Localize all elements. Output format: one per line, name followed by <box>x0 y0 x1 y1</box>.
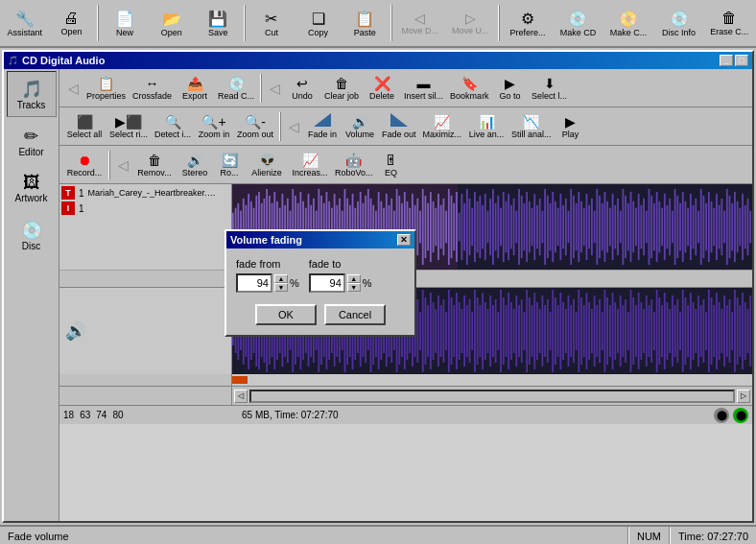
svg-rect-121 <box>539 199 541 255</box>
fade-from-down[interactable]: ▼ <box>274 283 288 292</box>
print-button[interactable]: 🖨 Open <box>49 1 95 45</box>
fadeout-button[interactable]: Fade out <box>379 109 419 144</box>
svg-rect-178 <box>687 208 689 247</box>
svg-rect-300 <box>482 293 484 369</box>
fade-to-up[interactable]: ▲ <box>347 274 361 283</box>
maximiz-button[interactable]: 📈 Maximiz... <box>420 109 465 144</box>
scrollbar-track[interactable] <box>249 390 735 403</box>
robovo-button[interactable]: 🤖 RoboVo... <box>332 148 376 182</box>
paste-button[interactable]: 📋 Paste <box>342 1 388 45</box>
readc-button[interactable]: 💿 Read C... <box>215 71 257 106</box>
goto-button[interactable]: ▶ Go to <box>493 71 528 106</box>
back4-button[interactable]: ◁ <box>113 149 132 181</box>
status-icon-2: ⬤ <box>733 408 748 423</box>
assistant-button[interactable]: 🔧 Assistant <box>2 1 48 45</box>
fade-from-input[interactable] <box>236 273 272 293</box>
prefs-button[interactable]: ⚙ Prefere... <box>503 1 553 45</box>
svg-rect-376 <box>679 312 681 350</box>
minimize-button[interactable]: _ <box>720 55 733 66</box>
remov-icon: 🗑 <box>148 153 161 168</box>
svg-rect-275 <box>416 299 418 363</box>
svg-rect-176 <box>682 192 684 262</box>
record-button[interactable]: ⏺ Record... <box>63 148 106 182</box>
save-button[interactable]: 💾 Save <box>195 1 241 45</box>
svg-rect-137 <box>580 201 582 252</box>
copy-button[interactable]: ❑ Copy <box>295 1 342 45</box>
moved-button[interactable]: ◁ Move D... <box>395 1 445 45</box>
ro-button[interactable]: 🔄 Ro... <box>214 148 245 182</box>
svg-rect-94 <box>469 199 471 255</box>
undo-icon: ↩ <box>296 76 308 91</box>
svg-rect-357 <box>630 290 632 372</box>
svg-rect-140 <box>588 205 590 248</box>
volume-button[interactable]: 🔊 Volume <box>342 109 378 144</box>
clearjob-icon: 🗑 <box>335 76 348 91</box>
svg-rect-103 <box>492 189 494 265</box>
svg-rect-391 <box>719 302 721 360</box>
fade-to-down[interactable]: ▼ <box>347 283 361 292</box>
moveu-button[interactable]: ▷ Move U... <box>446 1 496 45</box>
eq-button[interactable]: 🎚 EQ <box>377 148 406 182</box>
svg-rect-85 <box>445 211 447 244</box>
svg-rect-327 <box>552 290 554 372</box>
fade-from-up[interactable]: ▲ <box>274 274 288 283</box>
dialog-close-button[interactable]: ✕ <box>397 234 411 246</box>
detecti-button[interactable]: 🔍 Detect i... <box>152 109 194 144</box>
dialog-ok-button[interactable]: OK <box>255 304 317 325</box>
insertsil-button[interactable]: ▬ Insert sil... <box>401 71 446 106</box>
crossfade-button[interactable]: ↔ Crossfade <box>130 71 175 106</box>
makecd-button[interactable]: 💿 Make CD <box>554 1 603 45</box>
new-button[interactable]: 📄 New <box>102 1 148 45</box>
svg-rect-366 <box>653 312 655 350</box>
fade-to-input[interactable] <box>309 273 345 293</box>
zoomout-button[interactable]: 🔍- Zoom out <box>234 109 276 144</box>
window-title-buttons: _ □ <box>720 55 748 66</box>
alienize-button[interactable]: 👽 Alienize <box>246 148 288 182</box>
toolbar-sep4 <box>498 5 500 41</box>
inner-toolbar-3: ⏺ Record... ◁ 🗑 Remov... 🔊 Stereo 🔄 <box>59 146 752 184</box>
remov-button[interactable]: 🗑 Remov... <box>133 148 176 182</box>
erase-button[interactable]: 🗑 Erase C... <box>704 1 754 45</box>
clearjob-button[interactable]: 🗑 Clear job <box>320 71 363 106</box>
position-marker <box>232 376 248 384</box>
fadein-button[interactable]: Fade in <box>304 109 341 144</box>
stereo-button[interactable]: 🔊 Stereo <box>177 148 213 182</box>
sidebar-item-editor[interactable]: ✏ Editor <box>7 118 57 164</box>
scroll-right-button[interactable]: ▷ <box>737 390 750 403</box>
open-button[interactable]: 📂 Open <box>149 1 195 45</box>
makec2-button[interactable]: 📀 Make C... <box>603 1 653 45</box>
svg-rect-283 <box>437 296 439 367</box>
selectri-button[interactable]: ▶⬛ Select ri... <box>106 109 151 144</box>
svg-rect-116 <box>526 192 528 262</box>
selectl-button[interactable]: ⬇ Select l... <box>529 71 571 106</box>
sidebar-item-disc[interactable]: 💿 Disc <box>7 212 57 258</box>
svg-rect-179 <box>690 194 692 260</box>
livean-button[interactable]: 📊 Live an... <box>465 109 508 144</box>
properties-button[interactable]: 📋 Properties <box>83 71 129 106</box>
svg-rect-316 <box>524 312 526 350</box>
svg-rect-110 <box>510 205 512 248</box>
sidebar-item-artwork[interactable]: 🖼 Artwork <box>7 165 57 211</box>
bookmark-button[interactable]: 🔖 Bookmark <box>447 71 492 106</box>
delete-button[interactable]: ❌ Delete <box>364 71 400 106</box>
svg-rect-370 <box>664 293 666 369</box>
undo-button[interactable]: ↩ Undo <box>285 71 319 106</box>
cut-button[interactable]: ✂ Cut <box>248 1 295 45</box>
svg-rect-335 <box>573 299 575 363</box>
sidebar-item-tracks[interactable]: 🎵 Tracks <box>7 71 57 117</box>
selectall-button[interactable]: ⬛ Select all <box>63 109 106 144</box>
maximize-button[interactable]: □ <box>735 55 748 66</box>
export-button[interactable]: 📤 Export <box>176 71 214 106</box>
back1-button[interactable]: ◁ <box>63 72 83 105</box>
scroll-left-button[interactable]: ◁ <box>234 390 248 403</box>
back3-button[interactable]: ◁ <box>284 110 303 143</box>
svg-rect-125 <box>550 203 552 250</box>
play-button[interactable]: ▶ Play <box>555 109 586 144</box>
discinfo-button[interactable]: 💿 Disc Info <box>654 1 704 45</box>
increas-button[interactable]: 📈 Increas... <box>289 148 331 182</box>
stilan-button[interactable]: 📉 Still anal... <box>508 109 555 144</box>
zoomin-button[interactable]: 🔍+ Zoom in <box>195 109 233 144</box>
dialog-cancel-button[interactable]: Cancel <box>324 304 386 325</box>
svg-rect-368 <box>658 297 660 365</box>
back2-button[interactable]: ◁ <box>265 72 284 105</box>
